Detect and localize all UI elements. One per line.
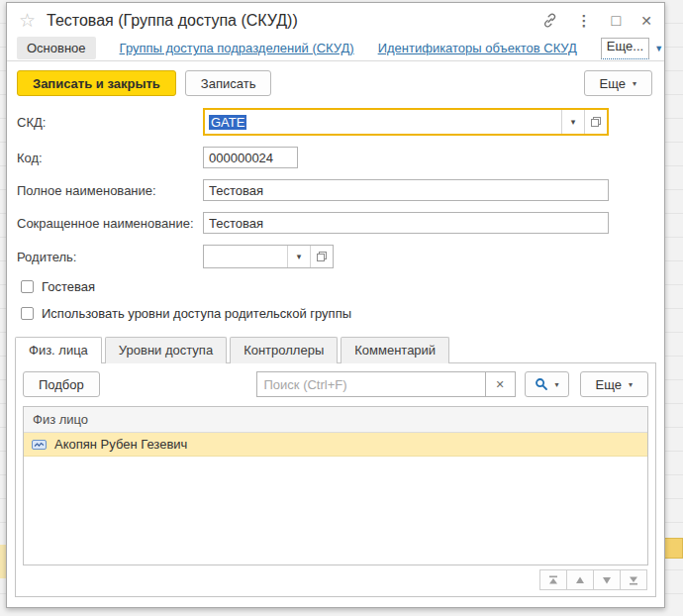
move-top-icon[interactable] — [539, 569, 567, 590]
skd-dropdown-button[interactable]: ▾ — [561, 110, 584, 134]
table-empty-area — [24, 457, 647, 565]
code-field[interactable] — [203, 147, 298, 168]
tab-comment[interactable]: Комментарий — [341, 337, 449, 363]
favorite-star-icon[interactable]: ☆ — [19, 11, 36, 30]
use-parent-levels-checkbox[interactable] — [21, 307, 34, 320]
search-group: ✕ — [256, 371, 516, 397]
tab-controllers[interactable]: Контроллеры — [230, 337, 338, 363]
desktop-background: { "window": { "title": "Тестовая (Группа… — [0, 0, 683, 616]
move-up-icon[interactable] — [566, 569, 594, 590]
title-bar: ☆ Тестовая (Группа доступа (СКУД)) ⋮ □ ✕ — [7, 3, 664, 34]
skd-open-button[interactable] — [584, 110, 607, 134]
get-link-icon[interactable] — [542, 13, 557, 28]
search-icon — [535, 377, 548, 391]
short-name-field[interactable] — [203, 212, 609, 234]
save-and-close-button[interactable]: Записать и закрыть — [17, 70, 176, 96]
table-row[interactable]: Акопян Рубен Гезевич — [24, 433, 647, 457]
code-label: Код: — [11, 151, 203, 165]
nav-link-department-access-groups[interactable]: Группы доступа подразделений (СКУД) — [120, 41, 354, 55]
table-row-name: Акопян Рубен Гезевич — [54, 437, 187, 452]
form-area: СКД: GATE ▾ Код: Полное наименование: — [7, 102, 664, 333]
short-name-row: Сокращенное наименование: — [11, 212, 652, 234]
skd-label: СКД: — [11, 115, 203, 130]
nav-more-menu[interactable]: Еще... ▼ — [601, 38, 663, 59]
full-name-row: Полное наименование: — [11, 179, 652, 201]
form-more-button[interactable]: Еще ▾ — [584, 70, 652, 96]
window-menu-icon[interactable]: ⋮ — [577, 13, 592, 28]
navigation-bar: Основное Группы доступа подразделений (С… — [7, 34, 664, 61]
skd-field[interactable]: GATE ▾ — [203, 108, 609, 136]
use-parent-levels-checkbox-label: Использовать уровни доступа родительской… — [42, 306, 351, 321]
nav-link-skud-object-identifiers[interactable]: Идентификаторы объектов СКУД — [378, 41, 577, 55]
individuals-table: Физ лицо Акопян Рубен Гезевич — [23, 406, 648, 565]
save-button[interactable]: Записать — [185, 70, 272, 96]
full-name-label: Полное наименование: — [11, 183, 203, 198]
tab-individuals[interactable]: Физ. лица — [15, 337, 102, 363]
search-button[interactable]: ▾ — [525, 371, 569, 397]
skd-row: СКД: GATE ▾ — [11, 108, 652, 136]
dialog-window: ☆ Тестовая (Группа доступа (СКУД)) ⋮ □ ✕… — [6, 2, 665, 608]
window-title: Тестовая (Группа доступа (СКУД)) — [47, 12, 523, 30]
parent-label: Родитель: — [11, 250, 203, 264]
parent-open-button[interactable] — [310, 246, 333, 267]
detail-tabs: Физ. лица Уровни доступа Контроллеры Ком… — [7, 333, 664, 362]
chevron-down-icon: ▾ — [555, 380, 559, 389]
tab-access-levels[interactable]: Уровни доступа — [105, 337, 227, 363]
window-actions: ⋮ □ ✕ — [523, 13, 652, 29]
individuals-tab-panel: Подбор ✕ ▾ Еще ▾ Физ лицо — [15, 362, 656, 597]
guest-checkbox[interactable] — [21, 280, 34, 293]
nav-more-label: Еще... — [601, 38, 649, 59]
row-move-controls — [23, 565, 648, 590]
parent-dropdown-button[interactable]: ▾ — [287, 246, 310, 267]
form-more-label: Еще — [600, 76, 626, 91]
background-highlight — [664, 538, 683, 559]
search-clear-button[interactable]: ✕ — [486, 371, 516, 397]
short-name-label: Сокращенное наименование: — [11, 216, 203, 231]
nav-item-main[interactable]: Основное — [17, 37, 96, 59]
person-icon — [32, 439, 47, 451]
maximize-icon[interactable]: □ — [612, 13, 622, 29]
skd-value: GATE — [209, 115, 246, 130]
move-bottom-icon[interactable] — [620, 569, 647, 590]
command-bar: Записать и закрыть Записать Еще ▾ — [7, 61, 664, 102]
search-input[interactable] — [256, 371, 486, 397]
move-down-icon[interactable] — [593, 569, 621, 590]
full-name-field[interactable] — [203, 179, 609, 201]
use-parent-levels-checkbox-row: Использовать уровни доступа родительской… — [21, 306, 652, 321]
parent-field[interactable]: ▾ — [203, 245, 334, 268]
chevron-down-icon: ▾ — [633, 79, 636, 88]
column-header-person[interactable]: Физ лицо — [24, 407, 647, 433]
pick-button[interactable]: Подбор — [23, 371, 100, 397]
guest-checkbox-row: Гостевая — [21, 279, 652, 294]
table-more-button[interactable]: Еще ▾ — [580, 371, 648, 397]
guest-checkbox-label: Гостевая — [42, 279, 95, 294]
table-more-label: Еще — [596, 377, 622, 392]
table-toolbar: Подбор ✕ ▾ Еще ▾ — [23, 371, 648, 397]
chevron-down-icon: ▼ — [654, 44, 663, 53]
code-row: Код: — [11, 147, 652, 168]
parent-row: Родитель: ▾ — [11, 245, 652, 268]
chevron-down-icon: ▾ — [629, 380, 633, 389]
close-icon[interactable]: ✕ — [640, 14, 652, 28]
